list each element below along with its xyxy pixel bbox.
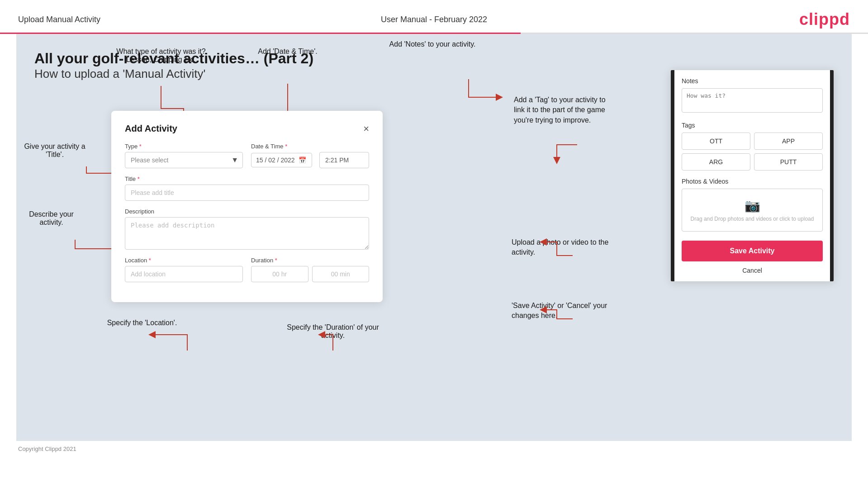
modal-close-button[interactable]: × <box>363 124 369 134</box>
type-group: Type * Please select ▼ <box>125 143 243 168</box>
upload-area[interactable]: 📷 Drag and Drop photos and videos or cli… <box>682 189 823 232</box>
duration-label: Duration * <box>251 257 369 264</box>
type-label: Type * <box>125 143 243 150</box>
date-input[interactable]: 15 / 02 / 2022 📅 <box>251 153 312 167</box>
location-duration-row: Location * Duration * <box>125 257 369 282</box>
location-input[interactable] <box>125 266 243 282</box>
time-value: 2:21 PM <box>325 156 349 164</box>
right-panel: Notes Tags OTT APP ARG PUTT Photos & Vid… <box>671 70 834 281</box>
main-content: All your golf-relevant activities… (Part… <box>16 34 852 441</box>
date-value: 15 / 02 / 2022 <box>256 156 295 164</box>
page-title-header: Upload Manual Activity <box>18 15 100 24</box>
title-group: Title * <box>125 175 369 201</box>
modal-header: Add Activity × <box>125 123 369 134</box>
logo: clippd <box>799 10 850 29</box>
tags-section: Tags OTT APP ARG PUTT <box>674 118 830 174</box>
tags-label: Tags <box>682 122 823 129</box>
manual-title: User Manual - February 2022 <box>381 15 487 24</box>
tag-app[interactable]: APP <box>754 133 823 150</box>
cancel-link[interactable]: Cancel <box>674 265 830 281</box>
type-datetime-row: Type * Please select ▼ Date & Time * 15 … <box>125 143 369 168</box>
type-select-wrapper[interactable]: Please select ▼ <box>125 152 243 168</box>
title-input[interactable] <box>125 185 369 201</box>
top-bar: Upload Manual Activity User Manual - Feb… <box>0 0 868 33</box>
annotation-tag: Add a 'Tag' to your activity to link it … <box>514 95 613 125</box>
annotation-notes: Add 'Notes' to your activity. <box>387 40 478 48</box>
annotation-upload: Upload a photo or video to the activity. <box>512 237 611 258</box>
time-input[interactable]: 2:21 PM <box>319 152 369 168</box>
tag-putt[interactable]: PUTT <box>754 153 823 171</box>
notes-label: Notes <box>682 77 823 85</box>
footer: Copyright Clippd 2021 <box>0 441 868 457</box>
location-group: Location * <box>125 257 243 282</box>
annotation-duration: Specify the 'Duration' of your activity. <box>283 323 383 340</box>
type-select[interactable]: Please select <box>125 152 243 168</box>
modal-title: Add Activity <box>125 123 177 134</box>
phone-panel: Notes Tags OTT APP ARG PUTT Photos & Vid… <box>671 70 834 281</box>
tag-arg[interactable]: ARG <box>682 153 750 171</box>
photos-label: Photos & Videos <box>682 178 823 185</box>
tags-grid: OTT APP ARG PUTT <box>682 133 823 171</box>
description-group: Description <box>125 208 369 250</box>
duration-min-input[interactable] <box>312 266 370 282</box>
duration-hr-input[interactable] <box>251 266 308 282</box>
calendar-icon: 📅 <box>299 156 306 164</box>
annotation-give-title: Give your activity a 'Title'. <box>16 142 93 159</box>
copyright-text: Copyright Clippd 2021 <box>18 445 76 452</box>
annotation-location: Specify the 'Location'. <box>101 319 183 327</box>
description-textarea[interactable] <box>125 217 369 250</box>
title-label: Title * <box>125 175 369 182</box>
page-title-main: All your golf-relevant activities… (Part… <box>34 50 834 67</box>
location-label: Location * <box>125 257 243 264</box>
upload-text: Drag and Drop photos and videos or click… <box>687 216 818 222</box>
upload-icon: 📷 <box>687 198 818 213</box>
datetime-label: Date & Time * <box>251 143 369 150</box>
duration-inputs <box>251 266 369 282</box>
duration-group: Duration * <box>251 257 369 282</box>
annotation-save: 'Save Activity' or 'Cancel' your changes… <box>512 301 616 321</box>
notes-textarea[interactable] <box>682 88 823 113</box>
annotation-describe: Describe your activity. <box>16 210 86 227</box>
notes-section: Notes <box>674 70 830 118</box>
description-label: Description <box>125 208 369 215</box>
tag-ott[interactable]: OTT <box>682 133 750 150</box>
modal-card: Add Activity × Type * Please select ▼ Da… <box>111 111 383 302</box>
save-activity-button[interactable]: Save Activity <box>682 241 823 261</box>
photos-section: Photos & Videos 📷 Drag and Drop photos a… <box>674 174 830 235</box>
datetime-group: Date & Time * 15 / 02 / 2022 📅 2:21 PM <box>251 143 369 168</box>
